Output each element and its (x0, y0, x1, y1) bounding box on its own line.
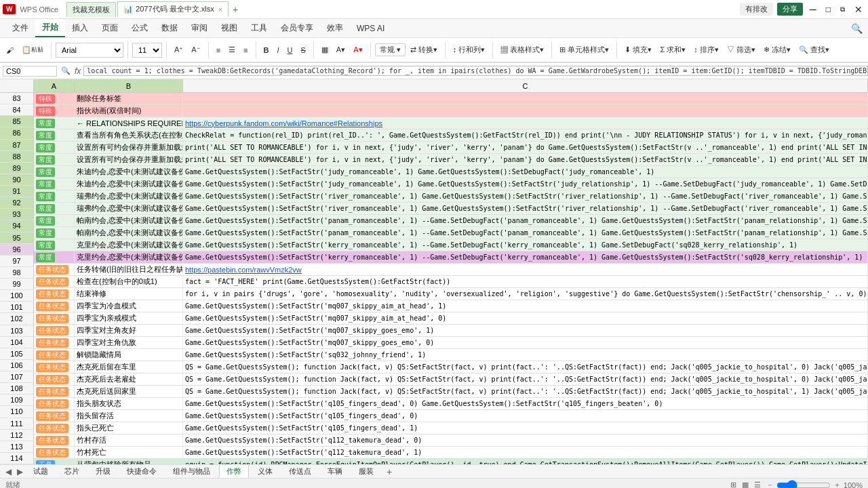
table-row[interactable]: 任务状态 四季宝为亲戒模式 Game.GetQuestsSystem():Set… (34, 312, 868, 325)
row-col-btn[interactable]: ↕ 行和列▾ (450, 43, 489, 56)
table-row[interactable]: 任务状态 解锁隐藏情局 Game.GetQuestsSystem():SetFa… (34, 349, 868, 361)
table-row[interactable]: 常度 朱迪约会,恋爱中(未测试建议备份存档) Game.GetQuestsSys… (34, 178, 868, 190)
underline-btn[interactable]: U (284, 45, 296, 56)
table-row[interactable]: 常度 帕南约会,恋爱中(未测试建议备份存档) Game.GetQuestsSys… (34, 227, 868, 239)
zoom-out-btn[interactable]: － (766, 480, 774, 488)
font-family-select[interactable]: Arial (56, 43, 123, 58)
ribbon-tab-view[interactable]: 视图 (214, 20, 244, 37)
bold-btn[interactable]: B (260, 45, 273, 56)
share-btn[interactable]: 分享 (777, 3, 803, 16)
filter-btn[interactable]: ▽ 筛选▾ (724, 43, 759, 56)
close-tab-icon[interactable]: × (218, 5, 222, 14)
ribbon-tab-formula[interactable]: 公式 (125, 20, 155, 37)
view-normal-icon[interactable]: ⊞ (730, 481, 736, 488)
table-row[interactable]: 任务状态 结束禅修 for i, v in pairs {'drugs', 'g… (34, 288, 868, 300)
ribbon-tab-file[interactable]: 文件 (5, 20, 35, 37)
zoom-in-btn[interactable]: ＋ (833, 480, 841, 488)
table-row[interactable]: 常度 朱迪约会,恋爱中(未测试建议备份存档) Game.GetQuestsSys… (34, 166, 868, 178)
table-row[interactable]: 任务状态 检查在(控制台中的0或1) fact = 'FACT_HERE' pr… (34, 276, 868, 288)
sheet-tab-义体[interactable]: 义体 (250, 465, 280, 479)
ribbon-tab-review[interactable]: 审阅 (184, 20, 214, 37)
ribbon-tab-insert[interactable]: 插入 (65, 20, 95, 37)
table-row[interactable]: 任务状态 杰克死后去老雇处 QS = Game.GetQuestsSystem(… (34, 373, 868, 386)
search-icon[interactable]: 🔍 (851, 23, 863, 34)
normal-select[interactable]: 常规 ▾ (375, 43, 406, 56)
col-a-header[interactable]: A (34, 79, 75, 92)
convert-btn[interactable]: ⇄ 转换▾ (407, 43, 441, 56)
ribbon-tab-home[interactable]: 开始 (35, 19, 65, 37)
font-size-select[interactable]: 11 (132, 43, 162, 58)
align-center-btn[interactable]: ☰ (225, 44, 239, 56)
find-btn[interactable]: 🔍 查找▾ (795, 43, 833, 56)
align-left-btn[interactable]: ≡ (213, 45, 224, 56)
table-row[interactable]: 常度 克里约会,恋爱中(未测试建议备份存档) Game.GetQuestsSys… (34, 239, 868, 251)
table-style-btn[interactable]: ▦ 表格样式▾ (497, 43, 547, 56)
table-row[interactable]: 任务状态 四季宝对主角仇敌 Game.GetQuestsSystem():Set… (34, 337, 868, 349)
ribbon-tab-page[interactable]: 页面 (95, 20, 125, 37)
table-row[interactable]: 任务状态 指头已死亡 Game.GetQuestsSystem():SetFac… (34, 422, 868, 434)
table-row[interactable]: 常度 克里约会,恋爱中(未测试建议备份存档) Game.GetQuestsSys… (34, 251, 868, 264)
table-row[interactable]: 常度 设置所有可约会保存并重新加载未测试) print('ALL SET TO … (34, 142, 868, 154)
border-btn[interactable]: ▦ (318, 44, 332, 56)
table-row[interactable]: 特殊 翻除任务标签 (34, 93, 868, 105)
restore-btn[interactable]: ⧉ (837, 5, 848, 14)
ribbon-tab-wpsai[interactable]: WPS AI (350, 21, 391, 36)
table-row[interactable]: 常度 瑞弗约会,恋爱中(未测试建议备份存档) Game.GetQuestsSys… (34, 203, 868, 215)
strikethrough-btn[interactable]: S (298, 45, 309, 56)
zoom-slider[interactable] (776, 480, 831, 489)
table-row[interactable]: 任务状态 四季宝对主角友好 Game.GetQuestsSystem():Set… (34, 325, 868, 337)
view-layout-icon[interactable]: ☰ (754, 481, 761, 488)
ribbon-tab-member[interactable]: 会员专享 (274, 20, 320, 37)
maximize-btn[interactable]: □ (823, 5, 833, 14)
ribbon-tab-tools[interactable]: 工具 (244, 20, 274, 37)
table-row[interactable]: 任务状态 杰克死后留在车里 QS = Game.GetQuestsSystem(… (34, 361, 868, 373)
table-row[interactable]: 任务状态 杰克死后送回家里 QS = Game.GetQuestsSystem(… (34, 386, 868, 398)
table-row[interactable]: 任务状态 四季宝为冷血模式 Game.GetQuestsSystem():Set… (34, 300, 868, 312)
font-increase-btn[interactable]: A⁺ (171, 44, 186, 56)
cell-format-btn[interactable]: ⊞ 单元格样式▾ (556, 43, 612, 56)
sort-btn[interactable]: ↕ 排序▾ (690, 43, 722, 56)
table-row[interactable]: 任务状态 指头留存活 Game.GetQuestsSystem():SetFac… (34, 410, 868, 422)
paste-btn[interactable]: 📋 粘贴 (18, 44, 47, 56)
fill-btn[interactable]: ⬇ 填充▾ (621, 43, 655, 56)
table-row[interactable]: 常度 设置所有可约会保存并重新加载未测试) print('ALL SET TO … (34, 154, 868, 166)
view-page-icon[interactable]: ▦ (742, 481, 749, 488)
font-decrease-btn[interactable]: A⁻ (188, 44, 203, 56)
table-row[interactable]: 任务状态 任务转储(旧的旧往日之程任务缺失) https://pastebin.… (34, 264, 868, 276)
cell-reference[interactable] (3, 66, 57, 77)
table-row[interactable]: 常度 帕南约会,恋爱中(未测试建议备份存档) Game.GetQuestsSys… (34, 215, 868, 227)
format-btn[interactable]: 🖌 (3, 45, 17, 56)
col-b-header[interactable]: B (75, 79, 183, 92)
next-sheet-btn[interactable]: ▶ (14, 467, 26, 476)
table-row[interactable]: 常度 ← RELATIONSHIPS REQUIREMENTS https://… (34, 117, 868, 129)
sheet-tab-传送点[interactable]: 传送点 (281, 465, 319, 479)
formula-content[interactable]: local count = 1; clothes = TweakDB:GetRe… (83, 66, 868, 76)
sum-btn[interactable]: Σ 求和▾ (656, 43, 689, 56)
close-btn[interactable]: ✕ (852, 4, 865, 15)
table-row[interactable]: 任务状态 指头朋友状态 Game.GetQuestsSystem():SetFa… (34, 398, 868, 410)
sheet-tab-快捷命令[interactable]: 快捷命令 (119, 465, 164, 479)
table-row[interactable]: 任务状态 竹村存活 Game.GetQuestsSystem():SetFact… (34, 434, 868, 447)
table-row[interactable]: 常度 查看当所有角色关系状态(在控制台显示) CheckRelat = func… (34, 129, 868, 142)
table-row[interactable]: 任务状态 竹村死亡 Game.GetQuestsSystem():SetFact… (34, 447, 868, 459)
table-row[interactable]: 常度 瑞弗约会,恋爱中(未测试建议备份存档) Game.GetQuestsSys… (34, 190, 868, 203)
sheet-tab-芯片[interactable]: 芯片 (57, 465, 87, 479)
tab-file[interactable]: 📊 2077代码 最全中文.xlsx × (117, 1, 229, 17)
sheet-tab-组件与物品[interactable]: 组件与物品 (165, 465, 218, 479)
align-right-btn[interactable]: ≡ (240, 45, 251, 56)
user-btn[interactable]: 有排改 (740, 3, 773, 16)
fill-color-btn[interactable]: A▾ (333, 44, 349, 56)
sheet-tab-升级[interactable]: 升级 (88, 465, 118, 479)
add-tab-icon[interactable]: + (233, 4, 238, 15)
add-sheet-btn[interactable]: + (382, 466, 396, 477)
font-color-btn[interactable]: A▾ (350, 44, 366, 56)
freeze-btn[interactable]: ❄ 冻结▾ (760, 43, 794, 56)
ribbon-tab-efficiency[interactable]: 效率 (320, 20, 350, 37)
italic-btn[interactable]: I (273, 45, 282, 56)
minimize-btn[interactable]: ─ (807, 4, 819, 15)
sheet-tab-车辆[interactable]: 车辆 (320, 465, 350, 479)
table-row[interactable]: 工具 从背包中移除所有物品 equip = function(id) RPGMa… (34, 459, 868, 464)
ribbon-tab-data[interactable]: 数据 (155, 20, 184, 37)
sheet-tab-服装[interactable]: 服装 (351, 465, 381, 479)
prev-sheet-btn[interactable]: ◀ (3, 467, 14, 476)
